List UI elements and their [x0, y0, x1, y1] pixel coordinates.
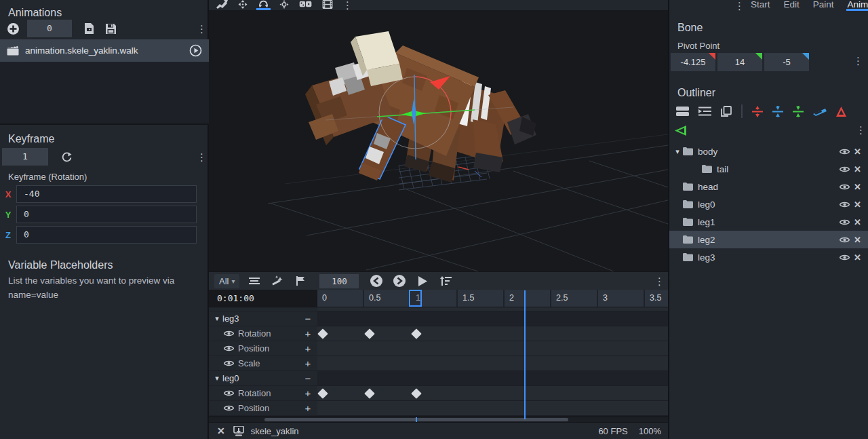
indent-group-icon[interactable]	[698, 107, 711, 116]
pivot-tool-icon[interactable]	[279, 0, 290, 10]
ruler-cell[interactable]: 0.5	[364, 290, 411, 307]
marker-flag-icon[interactable]	[292, 273, 309, 288]
keyframe-diamond[interactable]	[364, 328, 375, 339]
playhead-marker[interactable]	[409, 290, 422, 307]
outliner-node-leg1[interactable]: leg1✕	[669, 213, 868, 231]
remove-track-icon[interactable]: −	[301, 313, 315, 324]
visibility-eye-icon[interactable]	[840, 148, 850, 155]
delete-bone-icon[interactable]: ✕	[854, 199, 861, 210]
duplicate-icon[interactable]	[721, 106, 732, 117]
visibility-eye-icon[interactable]	[840, 254, 850, 261]
flip-green-icon[interactable]	[675, 126, 686, 136]
tab-start[interactable]: Start	[744, 0, 777, 11]
ruler-cell[interactable]: 3.5	[645, 290, 668, 307]
sort-tracks-icon[interactable]	[437, 273, 454, 288]
chevron-down-icon[interactable]: ▾	[672, 147, 683, 156]
animation-list-item[interactable]: animation.skele_yaklin.walk	[0, 39, 209, 62]
animation-count-input[interactable]: 0	[27, 20, 72, 37]
tab-animate[interactable]: Animate	[841, 0, 868, 11]
delete-bone-icon[interactable]: ✕	[854, 235, 861, 245]
magic-wand-icon[interactable]	[269, 273, 285, 288]
center-pivot-x-icon[interactable]	[752, 106, 763, 117]
ruler-cell[interactable]: 1.5	[458, 290, 505, 307]
visibility-eye-icon[interactable]	[840, 218, 850, 226]
save-animation-icon[interactable]	[102, 20, 119, 37]
track-header[interactable]: Position+	[209, 401, 317, 416]
ruler-cell[interactable]: 1	[411, 290, 458, 307]
mode-menu-kebab-icon[interactable]: ⋮	[734, 1, 744, 11]
keyframe-diamond[interactable]	[317, 388, 328, 399]
add-animation-button[interactable]	[4, 20, 22, 37]
add-keyframe-icon[interactable]: +	[301, 343, 315, 354]
collapse-caret-icon[interactable]: ▾	[212, 374, 222, 383]
dice-tool-icon[interactable]	[299, 0, 313, 10]
pose-tool-icon[interactable]	[216, 0, 228, 10]
pivot-x-input[interactable]: -4.125	[671, 53, 715, 71]
keyframe-z-input[interactable]: 0	[16, 226, 197, 244]
track-header[interactable]: Scale+	[209, 356, 317, 371]
keyframe-diamond[interactable]	[411, 388, 422, 399]
keyframe-diamond[interactable]	[364, 388, 375, 399]
rotate-tool-icon[interactable]	[258, 0, 269, 10]
import-animation-file-icon[interactable]	[80, 20, 98, 37]
timeline-menu-kebab-icon[interactable]: ⋮	[654, 276, 664, 286]
visibility-eye-icon[interactable]	[840, 183, 850, 191]
keyframe-index-input[interactable]: 1	[2, 148, 48, 166]
keyframe-x-input[interactable]: -40	[16, 185, 197, 203]
track-header[interactable]: ▾leg3−	[209, 311, 317, 326]
track-lane[interactable]	[317, 311, 668, 326]
track-lane[interactable]	[317, 326, 668, 341]
flip-red-icon[interactable]	[836, 107, 846, 117]
ruler-cell[interactable]: 2	[505, 290, 551, 307]
flip-blue-icon[interactable]	[813, 107, 827, 116]
tab-paint[interactable]: Paint	[806, 0, 841, 11]
track-lane[interactable]	[317, 341, 668, 356]
visibility-eye-icon[interactable]	[840, 166, 850, 173]
close-icon[interactable]: ✕	[217, 425, 225, 436]
track-header[interactable]: Rotation+	[209, 386, 317, 401]
outliner-menu-kebab-icon[interactable]: ⋮	[856, 125, 865, 135]
keyframe-diamond[interactable]	[411, 328, 422, 339]
track-lane[interactable]	[317, 401, 668, 416]
timeline-ruler[interactable]: 0:01:00 00.511.522.533.5	[209, 290, 668, 307]
add-keyframe-icon[interactable]: +	[301, 387, 315, 399]
eye-icon[interactable]	[224, 389, 234, 397]
eye-icon[interactable]	[224, 360, 234, 367]
center-pivot-z-icon[interactable]	[793, 106, 804, 117]
keyframe-y-input[interactable]: 0	[16, 206, 197, 223]
pivot-z-input[interactable]: -5	[764, 53, 809, 71]
add-keyframe-icon[interactable]: +	[301, 402, 315, 414]
center-pivot-y-icon[interactable]	[772, 106, 783, 117]
delete-bone-icon[interactable]: ✕	[854, 182, 861, 192]
track-lane[interactable]	[317, 356, 668, 371]
playback-speed-input[interactable]: 100	[319, 274, 359, 288]
play-animation-button[interactable]	[189, 44, 202, 57]
ruler-cell[interactable]: 3	[598, 290, 645, 307]
bone-menu-kebab-icon[interactable]: ⋮	[853, 56, 863, 66]
keyframe-menu-kebab-icon[interactable]: ⋮	[197, 152, 206, 162]
eye-icon[interactable]	[224, 330, 234, 337]
jump-to-end-icon[interactable]	[391, 273, 408, 288]
outliner-node-body[interactable]: ▾body✕	[669, 142, 868, 160]
visibility-eye-icon[interactable]	[840, 201, 850, 208]
delete-bone-icon[interactable]: ✕	[854, 164, 861, 174]
animations-menu-kebab-icon[interactable]: ⋮	[197, 24, 206, 34]
collapse-caret-icon[interactable]: ▾	[212, 314, 222, 323]
remove-track-icon[interactable]: −	[301, 373, 315, 384]
outliner-node-leg2[interactable]: leg2✕	[669, 231, 868, 248]
track-header[interactable]: Position+	[209, 341, 317, 356]
viewport-toolbar-kebab-icon[interactable]: ⋮	[342, 0, 352, 10]
keyframe-diamond[interactable]	[317, 328, 328, 339]
add-keyframe-icon[interactable]: +	[301, 358, 315, 369]
outliner-node-leg3[interactable]: leg3✕	[669, 248, 868, 266]
delete-bone-icon[interactable]: ✕	[854, 252, 861, 263]
track-header[interactable]: Rotation+	[209, 326, 317, 341]
delete-bone-icon[interactable]: ✕	[854, 147, 861, 157]
reset-keyframe-icon[interactable]	[58, 148, 75, 166]
jump-to-start-icon[interactable]	[368, 273, 384, 288]
ruler-cell[interactable]: 0	[317, 290, 364, 307]
outliner-node-tail[interactable]: tail✕	[669, 160, 868, 178]
play-button-icon[interactable]	[414, 273, 431, 288]
outliner-node-head[interactable]: head✕	[669, 178, 868, 195]
ruler-cell[interactable]: 2.5	[551, 290, 598, 307]
